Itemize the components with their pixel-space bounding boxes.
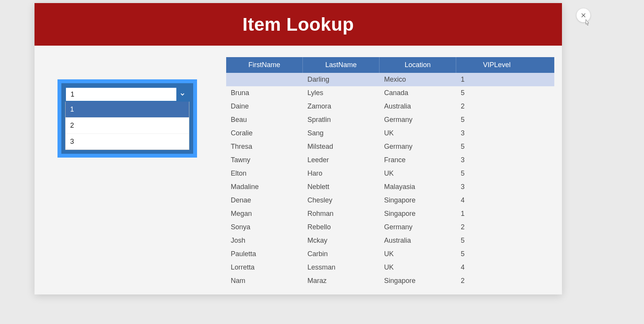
table-cell: Daine	[226, 100, 303, 113]
table-cell: Thresa	[226, 140, 303, 153]
table-cell: Germany	[380, 140, 456, 153]
table-header: FirstName LastName Location VIPLevel	[226, 57, 554, 73]
table-cell: Neblett	[303, 180, 380, 194]
table-row[interactable]: CoralieSangUK3	[226, 127, 554, 140]
table-cell: 2	[456, 274, 537, 288]
table-cell: UK	[380, 261, 456, 274]
column-header-firstname[interactable]: FirstName	[226, 57, 303, 73]
table-cell: 4	[456, 261, 537, 274]
table-cell: 1	[456, 73, 537, 86]
dropdown-option[interactable]: 2	[66, 118, 189, 134]
table-row[interactable]: BrunaLylesCanada5	[226, 86, 554, 100]
table-body[interactable]: DarlingMexico1BrunaLylesCanada5DaineZamo…	[226, 73, 554, 294]
table-cell: 3	[456, 153, 537, 167]
table-cell: Haro	[303, 167, 380, 180]
table-cell: Nam	[226, 274, 303, 288]
column-header-viplevel[interactable]: VIPLevel	[456, 57, 537, 73]
table-cell: 1	[456, 207, 537, 220]
table-cell: Singapore	[380, 207, 456, 220]
table-cell	[226, 73, 303, 86]
table-cell: 2	[456, 100, 537, 113]
table-cell: 3	[456, 180, 537, 194]
table-cell: Megan	[226, 207, 303, 220]
table-row[interactable]: ThresaMilsteadGermany5	[226, 140, 554, 153]
table-cell: Carbin	[303, 247, 380, 261]
dropdown-option[interactable]: 3	[66, 134, 189, 150]
table-cell: UK	[380, 127, 456, 140]
table-cell: Leeder	[303, 153, 380, 167]
table-cell: Madaline	[226, 180, 303, 194]
table-cell: Canada	[380, 86, 456, 100]
page-title: Item Lookup	[34, 3, 562, 46]
table-cell: Chesley	[303, 194, 380, 207]
table-cell: Josh	[226, 234, 303, 247]
dropdown-value: 1	[66, 88, 176, 101]
table-cell: 5	[456, 247, 537, 261]
table-cell: 5	[456, 140, 537, 153]
table-cell: Mexico	[380, 73, 456, 86]
table-cell: Sonya	[226, 220, 303, 234]
dropdown-list: 123	[65, 102, 189, 150]
table-cell: Elton	[226, 167, 303, 180]
table-cell: Pauletta	[226, 247, 303, 261]
table-cell: Singapore	[380, 194, 456, 207]
table-cell: Rebello	[303, 220, 380, 234]
table-row[interactable]: LorrettaLessmanUK4	[226, 261, 554, 274]
table-row[interactable]: DarlingMexico1	[226, 73, 554, 86]
table-row[interactable]: SonyaRebelloGermany2	[226, 220, 554, 234]
table-cell: Denae	[226, 194, 303, 207]
table-row[interactable]: MeganRohmanSingapore1	[226, 207, 554, 220]
table-cell: Australia	[380, 234, 456, 247]
table-cell: 2	[456, 220, 537, 234]
table-row[interactable]: JoshMckayAustralia5	[226, 234, 554, 247]
table-cell: Tawny	[226, 153, 303, 167]
table-cell: Singapore	[380, 274, 456, 288]
table-cell: Rohman	[303, 207, 380, 220]
vip-level-dropdown[interactable]: 1 123	[58, 79, 197, 158]
table-row[interactable]: NamMarazSingapore2	[226, 274, 554, 288]
table-cell: UK	[380, 167, 456, 180]
close-button[interactable]	[577, 8, 590, 22]
table-cell: Lessman	[303, 261, 380, 274]
table-cell: Bruna	[226, 86, 303, 100]
table-row[interactable]: DenaeChesleySingapore4	[226, 194, 554, 207]
dropdown-input[interactable]: 1	[65, 87, 189, 102]
chevron-down-icon[interactable]	[176, 88, 189, 101]
table-cell: UK	[380, 247, 456, 261]
table-cell: Milstead	[303, 140, 380, 153]
table-cell: Zamora	[303, 100, 380, 113]
table-cell: Australia	[380, 100, 456, 113]
table-cell: 5	[456, 86, 537, 100]
filter-pane: 1 123	[58, 57, 226, 294]
table-cell: 4	[456, 194, 537, 207]
close-icon	[580, 12, 586, 18]
table-cell: 3	[456, 127, 537, 140]
table-row[interactable]: DaineZamoraAustralia2	[226, 100, 554, 113]
modal-body: 1 123 FirstName LastName Location VIPLev…	[34, 46, 562, 294]
table-cell: 5	[456, 113, 537, 127]
dropdown-option[interactable]: 1	[66, 102, 189, 118]
column-header-lastname[interactable]: LastName	[303, 57, 380, 73]
table-cell: 5	[456, 234, 537, 247]
table-row[interactable]: BeauSpratlinGermany5	[226, 113, 554, 127]
column-header-location[interactable]: Location	[380, 57, 456, 73]
table-cell: Malayasia	[380, 180, 456, 194]
table-row[interactable]: EltonHaroUK5	[226, 167, 554, 180]
table-row[interactable]: TawnyLeederFrance3	[226, 153, 554, 167]
table-cell: Beau	[226, 113, 303, 127]
table-cell: Spratlin	[303, 113, 380, 127]
table-cell: Maraz	[303, 274, 380, 288]
table-cell: Lorretta	[226, 261, 303, 274]
table-cell: Coralie	[226, 127, 303, 140]
results-table: FirstName LastName Location VIPLevel Dar…	[226, 57, 554, 294]
table-cell: Sang	[303, 127, 380, 140]
table-cell: France	[380, 153, 456, 167]
table-cell: Germany	[380, 113, 456, 127]
table-cell: 5	[456, 167, 537, 180]
table-row[interactable]: MadalineNeblettMalayasia3	[226, 180, 554, 194]
table-row[interactable]: PaulettaCarbinUK5	[226, 247, 554, 261]
table-cell: Darling	[303, 73, 380, 86]
table-cell: Lyles	[303, 86, 380, 100]
table-cell: Mckay	[303, 234, 380, 247]
table-cell: Germany	[380, 220, 456, 234]
